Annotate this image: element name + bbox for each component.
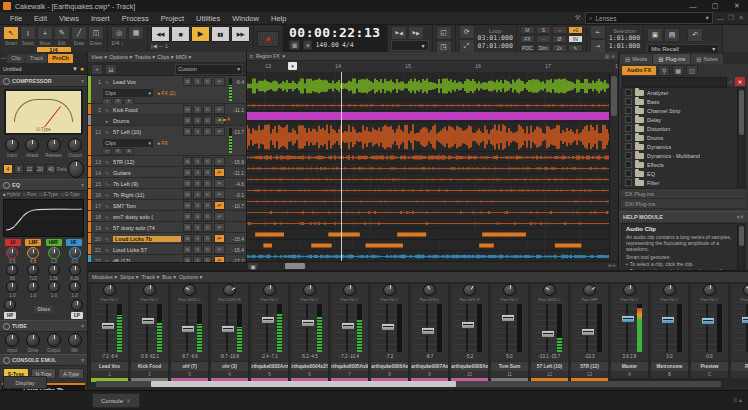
- eq-band-hf-button[interactable]: HF: [66, 239, 82, 246]
- track-row[interactable]: 12∿57 Left (10)MSR⇌-13.7Clips▾● FX≡WA: [88, 126, 246, 156]
- mixer-menu-modules[interactable]: Modules ▾: [92, 274, 117, 280]
- track-row[interactable]: 1∿Lead VoxMSR⇌-6.4Clips▾● FX (2)≡WA: [88, 76, 246, 104]
- input-echo-button[interactable]: ⇌: [214, 245, 225, 254]
- plugin-category-row[interactable]: DX Plug-ins: [621, 189, 746, 199]
- track-s-button[interactable]: S: [193, 190, 202, 199]
- maximize-button[interactable]: ▢: [704, 0, 726, 12]
- track-manager-icon[interactable]: ⊟: [105, 64, 117, 75]
- meter-value[interactable]: 4/4: [342, 41, 354, 49]
- eq-knob[interactable]: [69, 281, 81, 293]
- trackpane-menu-options[interactable]: Options ▾: [109, 54, 132, 60]
- mix-module-button-+0[interactable]: +0: [568, 26, 583, 34]
- mixer-strip[interactable]: Pan 100% L-13.1 -15.757 Left (10)12: [530, 283, 569, 383]
- input-echo-button[interactable]: ⇌: [214, 77, 225, 86]
- input-echo-button[interactable]: ⇌: [214, 127, 225, 136]
- track-header-line[interactable]: 16∿7b Right (11)MSR⇌-0.1: [88, 189, 246, 200]
- track-r-button[interactable]: R: [203, 201, 212, 210]
- fader-cap[interactable]: [221, 325, 235, 333]
- track-row[interactable]: 17∿SM7 TomMSR⇌-10.7: [88, 200, 246, 211]
- track-r-button[interactable]: R: [203, 116, 212, 125]
- track-name[interactable]: Loud Licks 7b: [113, 236, 181, 242]
- track-header-line[interactable]: 21∿Loud Licks 57MSR⇌-15.4: [88, 244, 246, 255]
- plugin-folder-row[interactable]: Channel Strip: [622, 106, 745, 115]
- eq-type-g-type[interactable]: □ G-Type: [61, 192, 80, 197]
- lp-freq-knob[interactable]: [71, 299, 83, 311]
- folder-checkbox[interactable]: [625, 98, 632, 105]
- next-marker-icon[interactable]: ⚑▶: [408, 26, 424, 40]
- track-header-line[interactable]: 13∿57R (12)MSR⇌-15.9: [88, 156, 246, 167]
- chevron-down-icon[interactable]: ▾: [81, 182, 84, 188]
- mix-module-button-fx[interactable]: FX: [520, 35, 535, 43]
- browser-tab-plugins[interactable]: ▤Plug-ins: [653, 54, 690, 64]
- loop-from-selection-icon[interactable]: ⤢: [459, 39, 475, 53]
- clip-lane[interactable]: [247, 207, 610, 218]
- track-r-button[interactable]: R: [203, 223, 212, 232]
- move-tool-button[interactable]: +: [37, 26, 53, 40]
- track-s-button[interactable]: S: [193, 116, 202, 125]
- track-name[interactable]: 57 dusty solo (74: [113, 225, 181, 231]
- smart-tool-button[interactable]: ↖: [3, 26, 19, 40]
- plugin-folder-row[interactable]: Dynamics: [622, 142, 745, 151]
- mixer-strip[interactable]: Pan 0% C-2.4 -7.1Erthquke0003Anth5: [250, 283, 289, 383]
- mix-module-button-2x[interactable]: 2x: [552, 44, 567, 52]
- eq-band-lmf-button[interactable]: LMF: [25, 239, 41, 246]
- fader-cap[interactable]: [621, 315, 635, 323]
- knob-dial[interactable]: [68, 138, 82, 152]
- menu-insert[interactable]: Insert: [85, 14, 116, 23]
- channel-name[interactable]: Kick Food: [131, 361, 168, 371]
- child-close-button[interactable]: ✕: [738, 14, 744, 22]
- fader-cap[interactable]: [101, 322, 115, 330]
- pause-button[interactable]: ▮▮: [211, 26, 230, 42]
- tube-drive-knob[interactable]: Drive: [26, 333, 40, 353]
- eq-knob[interactable]: [6, 281, 18, 293]
- folder-checkbox[interactable]: [625, 116, 632, 123]
- channel-name[interactable]: 57R (12): [571, 361, 608, 371]
- chevron-down-icon[interactable]: ▾: [81, 323, 84, 329]
- pan-knob[interactable]: [383, 284, 396, 296]
- eq-header[interactable]: EQ ▾: [0, 179, 87, 191]
- channel-name[interactable]: Metronome: [651, 361, 688, 371]
- knob-dial[interactable]: [68, 333, 82, 347]
- snap-sub-row[interactable]: 1/4 ♩: [111, 40, 144, 46]
- pan-knob[interactable]: [583, 284, 596, 296]
- child-minimize-button[interactable]: —: [717, 15, 724, 22]
- undo-icon[interactable]: ↶: [687, 28, 703, 42]
- fader-cap[interactable]: [181, 325, 195, 333]
- track-s-button[interactable]: S: [193, 179, 202, 188]
- prev-marker-icon[interactable]: ⚑◀: [391, 26, 407, 40]
- mixer-strip[interactable]: Pan 0% C5.0Tom Sum11: [490, 283, 529, 383]
- help-module-header[interactable]: HELP MODULE ▾ ✕: [619, 211, 748, 222]
- snap-magnet-icon[interactable]: ◎: [111, 26, 127, 40]
- track-row[interactable]: 18∿sm7 dusty solo (MSR⇌: [88, 211, 246, 222]
- fit-project-button[interactable]: ▣: [247, 262, 259, 270]
- track-name[interactable]: sm7 dusty solo (: [113, 214, 181, 220]
- knob-dial[interactable]: [26, 333, 40, 347]
- track-header-line[interactable]: 1∿Lead VoxMSR⇌-6.4: [88, 76, 246, 87]
- selection-end-value[interactable]: 1:01:000: [609, 42, 640, 50]
- loop-start-value[interactable]: 03:01:000: [478, 34, 513, 42]
- clip-lane[interactable]: [247, 174, 610, 185]
- midi-clip[interactable]: [247, 112, 610, 120]
- plugin-folder-row[interactable]: Filter: [622, 178, 745, 187]
- fader-cap[interactable]: [421, 327, 435, 335]
- trackpane-menu-clips[interactable]: Clips ▾: [157, 54, 174, 60]
- compressor-output-knob[interactable]: Output: [68, 138, 82, 158]
- track-m-button[interactable]: M: [183, 168, 192, 177]
- track-row[interactable]: 14∿GuitarsMSR⇌-11.1: [88, 167, 246, 178]
- pan-knob[interactable]: [103, 284, 116, 296]
- knob-dial[interactable]: [47, 333, 61, 347]
- channel-name[interactable]: Rev: [731, 361, 748, 371]
- clip-lane[interactable]: [247, 163, 610, 174]
- power-icon[interactable]: [3, 78, 10, 85]
- clip-lane[interactable]: [247, 152, 610, 163]
- close-icon[interactable]: ✕: [126, 397, 131, 404]
- fader-cap[interactable]: [581, 328, 595, 336]
- stop-button[interactable]: ■: [171, 26, 190, 42]
- mixer-strip[interactable]: Pan 0% CRevD: [730, 283, 748, 383]
- power-icon[interactable]: [3, 323, 10, 330]
- track-header-line[interactable]: 20∿Loud Licks 7bMSR⇌-15.4: [88, 233, 246, 244]
- clear-search-button[interactable]: ✕: [735, 77, 745, 86]
- record-button[interactable]: ●: [257, 31, 279, 47]
- child-restore-button[interactable]: ❐: [728, 14, 734, 22]
- plugin-layout-icon[interactable]: ⚲: [658, 65, 670, 76]
